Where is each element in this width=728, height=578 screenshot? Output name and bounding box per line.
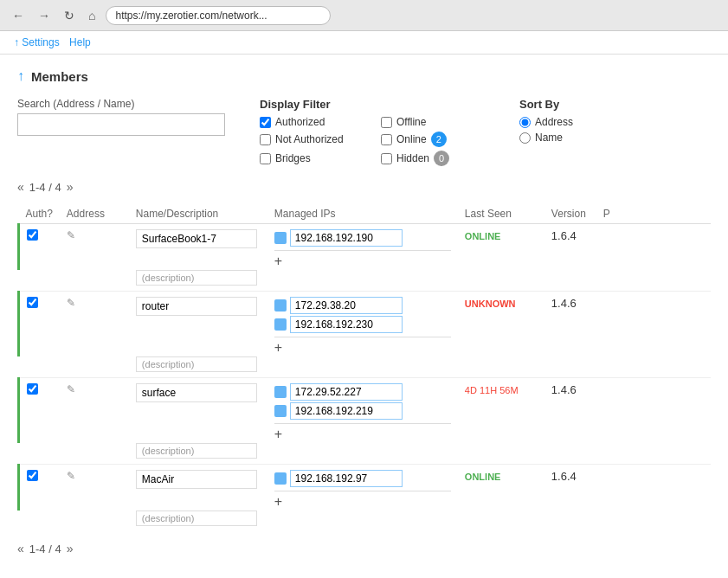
filter-bridges-checkbox[interactable] [260,153,271,164]
prev-page-button-bottom[interactable]: « [17,542,24,556]
filter-not-authorized-label: Not Authorized [275,133,344,145]
edit-icon-3[interactable]: ✎ [67,383,79,395]
address-cell: ✎ [60,465,129,511]
p-cell-4 [596,465,711,511]
members-table: Auth? Address Name/Description Managed I… [17,204,711,531]
url-bar[interactable]: https://my.zerotier.com/network... [106,6,331,25]
search-input[interactable] [17,113,225,136]
online-badge: 2 [431,132,447,147]
ip-input-3-1[interactable] [290,383,403,401]
name-cell [129,465,267,511]
ip-input-4-1[interactable] [290,470,403,487]
auth-checkbox-2[interactable] [27,297,38,308]
prev-page-button-top[interactable]: « [17,180,24,194]
filter-authorized-checkbox[interactable] [260,117,271,128]
ip-icon [274,299,287,311]
name-cell [129,224,267,271]
filter-offline-checkbox[interactable] [381,117,392,128]
lastseen-cell: UNKNOWN [458,292,544,357]
ip-cell: + [267,292,458,357]
sort-address-label: Address [535,116,573,128]
filter-online-label: Online [396,133,427,145]
filter-not-authorized-checkbox[interactable] [260,134,271,145]
filter-grid: Authorized Offline Not Authorized Online… [260,116,485,166]
refresh-button[interactable]: ↻ [61,7,78,24]
next-page-button-bottom[interactable]: » [67,542,74,556]
name-cell [129,292,267,357]
desc-input-1[interactable] [136,270,257,286]
version-2: 1.4.6 [551,297,577,310]
ip-entry [274,229,451,247]
sort-name-radio[interactable] [519,132,531,144]
address-cell: ✎ [60,292,129,357]
table-desc-row [19,511,712,531]
ip-cell: + [267,378,458,444]
table-desc-row [19,356,712,377]
forward-button[interactable]: → [35,7,54,24]
sort-label: Sort By [519,98,573,111]
ip-icon [274,318,287,331]
help-link[interactable]: Help [69,36,91,48]
ip-icon [274,472,287,485]
filter-offline: Offline [381,116,485,128]
next-page-button-top[interactable]: » [67,180,74,194]
status-badge-2: UNKNOWN [465,299,516,309]
top-nav: ↑ Settings Help [0,31,728,55]
name-cell [129,378,267,444]
sort-address-radio[interactable] [519,117,531,128]
version-1: 1.6.4 [551,229,577,242]
version-cell: 1.4.6 [544,378,596,444]
auth-checkbox-1[interactable] [27,229,38,241]
version-cell: 1.6.4 [544,224,596,271]
lastseen-cell: ONLINE [458,465,544,511]
edit-icon-2[interactable]: ✎ [67,297,79,309]
ip-entry [274,316,451,333]
pagination-range-bottom: 1-4 / 4 [29,543,61,556]
pagination-range-top: 1-4 / 4 [29,181,61,194]
desc-input-3[interactable] [136,443,257,459]
version-cell: 1.4.6 [544,292,596,357]
status-badge-3: 4D 11H 56M [465,385,519,395]
filter-hidden-checkbox[interactable] [381,153,392,164]
col-p: P [596,204,711,224]
ip-add-button-2[interactable]: + [274,341,282,355]
status-badge-1: ONLINE [465,231,501,241]
filter-section: Display Filter Authorized Offline Not Au… [260,98,485,166]
desc-cell-3 [129,443,267,464]
col-managed-ips: Managed IPs [267,204,458,224]
home-button[interactable]: ⌂ [85,7,99,24]
auth-checkbox-4[interactable] [27,470,38,481]
filter-authorized: Authorized [260,116,364,128]
address-cell: ✎ [60,378,129,444]
ip-add-button-1[interactable]: + [274,254,282,268]
desc-input-4[interactable] [136,511,257,526]
ip-entry [274,297,451,314]
ip-add-button-3[interactable]: + [274,427,282,441]
ip-input-2-2[interactable] [290,316,403,333]
desc-input-2[interactable] [136,356,257,372]
name-input-1[interactable] [136,229,257,248]
ip-input-1-1[interactable] [290,229,403,247]
status-badge-4: ONLINE [465,472,501,482]
table-row: ✎ [19,378,712,444]
ip-add-button-4[interactable]: + [274,495,282,509]
filter-online-checkbox[interactable] [381,134,392,145]
table-desc-row [19,443,712,464]
name-input-4[interactable] [136,470,257,489]
back-button[interactable]: ← [9,7,28,24]
auth-checkbox-3[interactable] [27,383,38,395]
auth-cell [19,378,60,444]
ip-cell: + [267,224,458,271]
ip-input-3-2[interactable] [290,402,403,420]
sort-section: Sort By Address Name [519,98,573,147]
table-row: ✎ + [19,465,712,511]
ip-input-2-1[interactable] [290,297,403,314]
filter-not-authorized: Not Authorized [260,132,364,147]
col-last-seen: Last Seen [458,204,544,224]
name-input-2[interactable] [136,297,257,316]
edit-icon-1[interactable]: ✎ [67,229,79,241]
auth-cell [19,224,60,271]
edit-icon-4[interactable]: ✎ [67,470,79,482]
name-input-3[interactable] [136,383,257,402]
settings-link[interactable]: ↑ Settings [14,36,60,48]
